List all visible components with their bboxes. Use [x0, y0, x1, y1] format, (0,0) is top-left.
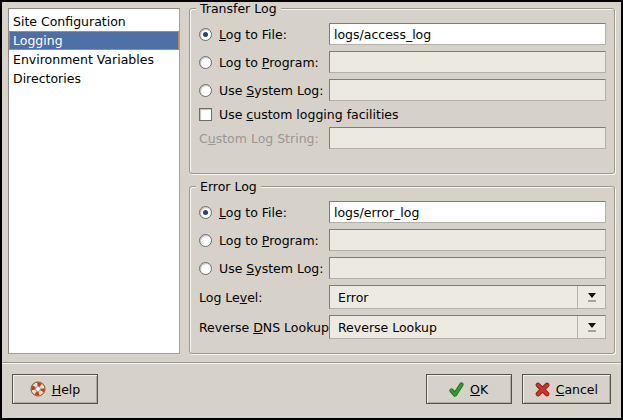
transfer-log-to-file-radio-label[interactable]: Log to File:	[199, 27, 329, 42]
radio-dot	[203, 32, 208, 37]
transfer-log-program-input	[329, 51, 606, 73]
reverse-dns-label: Reverse DNS Lookup:	[199, 320, 329, 335]
reverse-dns-value: Reverse Lookup	[330, 316, 577, 338]
radio-label-text: Log to Program:	[219, 233, 319, 248]
logging-dialog: { "colors": { "dialog_bg": "#d6d2ca", "s…	[0, 0, 623, 420]
sidebar-item-label: Directories	[13, 71, 81, 86]
sidebar-item-label: Site Configuration	[13, 14, 126, 29]
cancel-x-icon	[535, 382, 550, 397]
radio-button-icon[interactable]	[199, 56, 212, 69]
error-log-to-file-row: Log to File:	[199, 201, 606, 223]
transfer-use-system-log-radio-label[interactable]: Use System Log:	[199, 83, 329, 98]
error-log-to-program-radio-label[interactable]: Log to Program:	[199, 233, 329, 248]
error-use-system-log-radio-label[interactable]: Use System Log:	[199, 261, 329, 276]
radio-label-text: Use System Log:	[219, 261, 323, 276]
radio-label-text: Log to File:	[219, 27, 287, 42]
error-log-frame-title: Error Log	[196, 178, 261, 195]
radio-dot	[203, 210, 208, 215]
radio-label-text: Log to Program:	[219, 55, 319, 70]
custom-log-string-input	[329, 127, 606, 149]
sidebar-item-directories[interactable]: Directories	[9, 69, 179, 88]
radio-button-icon[interactable]	[199, 206, 212, 219]
transfer-log-to-program-row: Log to Program:	[199, 51, 606, 73]
cancel-button-label: Cancel	[556, 382, 598, 397]
custom-log-string-row: Custom Log String:	[199, 127, 606, 149]
radio-button-icon[interactable]	[199, 28, 212, 41]
sidebar-item-logging[interactable]: Logging	[9, 31, 179, 50]
error-log-to-program-row: Log to Program:	[199, 229, 606, 251]
radio-button-icon[interactable]	[199, 84, 212, 97]
custom-logging-row: Use custom logging facilities	[199, 107, 606, 122]
dialog-body: Site Configuration Logging Environment V…	[2, 2, 621, 354]
use-custom-logging-checkbox-label[interactable]: Use custom logging facilities	[199, 107, 606, 122]
radio-label-text: Use System Log:	[219, 83, 323, 98]
transfer-log-to-program-radio-label[interactable]: Log to Program:	[199, 55, 329, 70]
cancel-button[interactable]: Cancel	[522, 374, 611, 404]
custom-log-string-label: Custom Log String:	[199, 131, 329, 146]
radio-button-icon[interactable]	[199, 234, 212, 247]
transfer-log-frame: Transfer Log Log to File: Log to Program…	[189, 8, 615, 174]
sidebar-item-environment-variables[interactable]: Environment Variables	[9, 50, 179, 69]
button-bar: Help OK Cancel	[2, 364, 621, 414]
help-button[interactable]: Help	[12, 374, 98, 404]
ok-button[interactable]: OK	[426, 374, 512, 404]
help-lifesaver-icon	[30, 381, 46, 397]
checkbox-icon[interactable]	[199, 108, 212, 121]
ok-button-label: OK	[470, 382, 488, 397]
transfer-log-to-file-row: Log to File:	[199, 23, 606, 45]
sidebar-item-label: Environment Variables	[13, 52, 154, 67]
checkbox-label-text: Use custom logging facilities	[219, 107, 399, 122]
logging-panel: Transfer Log Log to File: Log to Program…	[189, 8, 615, 354]
sidebar-item-site-configuration[interactable]: Site Configuration	[9, 12, 179, 31]
error-log-program-input	[329, 229, 606, 251]
log-level-dropdown-button[interactable]	[577, 286, 605, 308]
error-log-to-file-radio-label[interactable]: Log to File:	[199, 205, 329, 220]
chevron-down-icon	[588, 293, 596, 298]
reverse-dns-row: Reverse DNS Lookup: Reverse Lookup	[199, 315, 606, 339]
transfer-log-file-input[interactable]	[329, 23, 606, 45]
reverse-dns-dropdown[interactable]: Reverse Lookup	[329, 315, 606, 339]
error-log-file-input[interactable]	[329, 201, 606, 223]
error-log-frame: Error Log Log to File: Log to Program:	[189, 186, 615, 354]
log-level-value: Error	[330, 286, 577, 308]
error-use-system-log-row: Use System Log:	[199, 257, 606, 279]
ok-check-icon	[449, 382, 464, 397]
transfer-log-frame-title: Transfer Log	[196, 0, 281, 17]
chevron-underline	[588, 300, 596, 302]
radio-button-icon[interactable]	[199, 262, 212, 275]
error-system-log-input	[329, 257, 606, 279]
radio-label-text: Log to File:	[219, 205, 287, 220]
log-level-row: Log Level: Error	[199, 285, 606, 309]
chevron-underline	[588, 330, 596, 332]
transfer-use-system-log-row: Use System Log:	[199, 79, 606, 101]
chevron-down-icon	[588, 323, 596, 328]
config-section-list: Site Configuration Logging Environment V…	[8, 8, 180, 354]
reverse-dns-dropdown-button[interactable]	[577, 316, 605, 338]
transfer-system-log-input	[329, 79, 606, 101]
help-button-label: Help	[52, 382, 81, 397]
log-level-label: Log Level:	[199, 290, 329, 305]
log-level-dropdown[interactable]: Error	[329, 285, 606, 309]
sidebar-item-label: Logging	[13, 33, 63, 48]
